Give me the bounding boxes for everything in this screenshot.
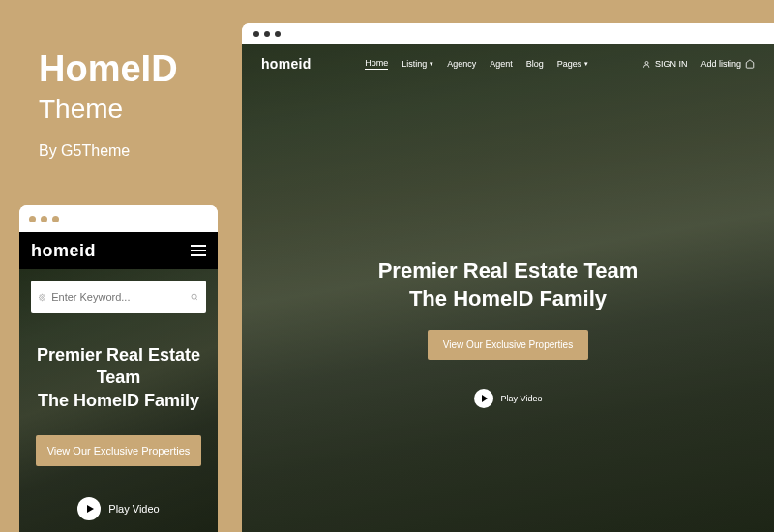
add-listing-button[interactable]: Add listing bbox=[700, 59, 755, 69]
play-label: Play Video bbox=[501, 394, 543, 403]
home-icon bbox=[745, 59, 755, 69]
svg-point-0 bbox=[42, 296, 44, 298]
nav-blog[interactable]: Blog bbox=[526, 59, 544, 69]
play-video-button[interactable]: Play Video bbox=[27, 497, 210, 520]
mobile-window-titlebar bbox=[19, 205, 218, 232]
svg-line-2 bbox=[196, 299, 197, 300]
settings-icon[interactable] bbox=[39, 292, 45, 303]
desktop-logo[interactable]: homeid bbox=[261, 56, 312, 72]
signin-button[interactable]: SIGN IN bbox=[642, 59, 688, 69]
hamburger-icon[interactable] bbox=[191, 245, 206, 256]
window-dots bbox=[29, 216, 59, 222]
mobile-search-bar[interactable] bbox=[31, 281, 206, 313]
play-label: Play Video bbox=[108, 503, 159, 515]
mobile-header: homeid bbox=[19, 232, 218, 269]
play-icon bbox=[77, 497, 101, 520]
hero-heading-line1: Premier Real Estate Team bbox=[242, 257, 774, 285]
desktop-window-titlebar bbox=[242, 23, 774, 44]
mobile-hero: Premier Real Estate Team The HomeID Fami… bbox=[19, 325, 218, 520]
svg-point-3 bbox=[645, 61, 648, 64]
search-icon[interactable] bbox=[191, 291, 198, 303]
hero-heading-line2: The HomeID Family bbox=[27, 390, 210, 412]
chevron-down-icon: ▾ bbox=[430, 60, 433, 68]
search-input[interactable] bbox=[51, 291, 185, 303]
desktop-nav: homeid Home Listing▾ Agency Agent Blog P… bbox=[242, 44, 774, 83]
user-icon bbox=[642, 60, 651, 69]
hero-heading-line1: Premier Real Estate Team bbox=[27, 344, 210, 390]
nav-agent[interactable]: Agent bbox=[490, 59, 513, 69]
mobile-logo[interactable]: homeid bbox=[31, 241, 96, 261]
desktop-viewport: homeid Home Listing▾ Agency Agent Blog P… bbox=[242, 44, 774, 532]
nav-pages[interactable]: Pages▾ bbox=[557, 59, 589, 69]
nav-home[interactable]: Home bbox=[365, 58, 388, 70]
mobile-viewport: homeid Premier Real Estate Team The Home… bbox=[19, 232, 218, 532]
window-dots bbox=[253, 31, 281, 37]
desktop-hero: Premier Real Estate Team The HomeID Fami… bbox=[242, 83, 774, 408]
nav-listing[interactable]: Listing▾ bbox=[402, 59, 433, 69]
mobile-preview-frame: homeid Premier Real Estate Team The Home… bbox=[19, 205, 218, 532]
theme-subtitle: Theme bbox=[39, 94, 178, 125]
hero-heading-line2: The HomeID Family bbox=[242, 285, 774, 313]
play-video-button[interactable]: Play Video bbox=[242, 389, 774, 408]
chevron-down-icon: ▾ bbox=[584, 60, 588, 68]
cta-button[interactable]: View Our Exclusive Properties bbox=[36, 435, 202, 466]
theme-author: By G5Theme bbox=[39, 142, 178, 160]
cta-button[interactable]: View Our Exclusive Properties bbox=[428, 330, 588, 360]
nav-agency[interactable]: Agency bbox=[447, 59, 476, 69]
svg-point-1 bbox=[192, 294, 196, 299]
theme-title-block: HomeID Theme By G5Theme bbox=[39, 48, 178, 160]
theme-name: HomeID bbox=[39, 48, 178, 90]
play-icon bbox=[474, 389, 493, 408]
desktop-preview-frame: homeid Home Listing▾ Agency Agent Blog P… bbox=[242, 23, 774, 532]
